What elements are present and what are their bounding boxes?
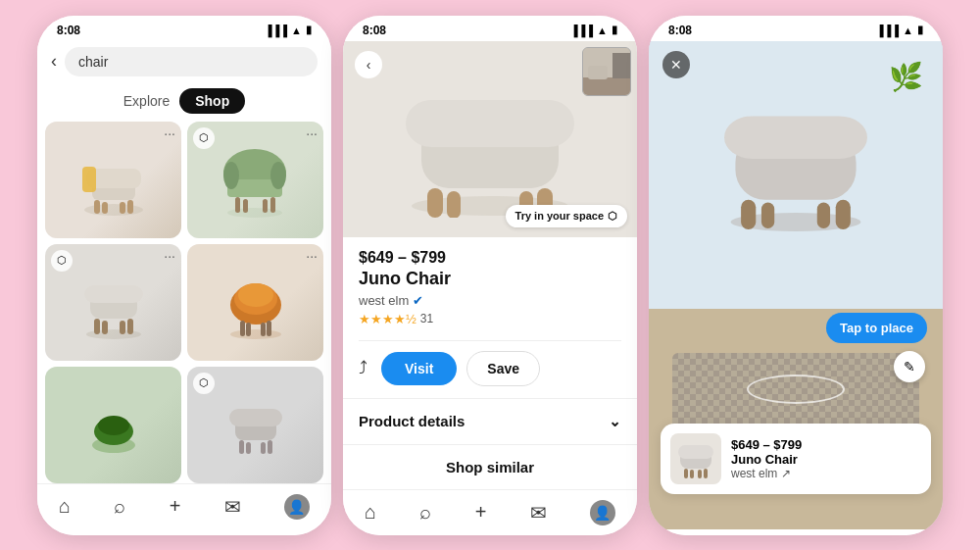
stars-icon: ★★★★½ — [359, 312, 416, 326]
phone-ar-view: 8:08 ▐▐▐ ▲ ▮ ✕ 🌿 — [649, 16, 943, 535]
detail-actions: ⤴ Visit Save — [359, 340, 621, 386]
signal-icon-3: ▐▐▐ — [876, 25, 899, 36]
svg-rect-44 — [427, 188, 443, 218]
home-nav-2[interactable]: ⌂ — [365, 501, 376, 524]
phone-search-results: 8:08 ▐▐▐ ▲ ▮ ‹ Explore Shop — [37, 16, 331, 535]
svg-point-0 — [84, 204, 143, 216]
save-button[interactable]: Save — [466, 351, 540, 386]
profile-nav-2[interactable]: 👤 — [590, 500, 615, 525]
product-grid: $230 $275 Amber Chair Aurora ··· ⬡ — [37, 122, 331, 483]
wifi-icon: ▲ — [291, 25, 302, 36]
ar-product-card[interactable]: $649 – $799 Juno Chair west elm ↗ — [661, 424, 931, 494]
svg-rect-14 — [270, 197, 275, 213]
search-nav[interactable]: ⌕ — [114, 495, 125, 518]
signal-icon: ▐▐▐ — [265, 25, 287, 36]
add-nav-2[interactable]: + — [475, 501, 487, 524]
ar-close-button[interactable]: ✕ — [662, 51, 690, 78]
svg-rect-16 — [263, 199, 268, 213]
svg-rect-23 — [120, 321, 125, 334]
shop-similar-label: Shop similar — [446, 459, 534, 475]
signal-icon-2: ▐▐▐ — [570, 25, 593, 36]
ar-badge-gray: ⬡ — [193, 373, 215, 394]
ar-edit-button[interactable]: ✎ — [894, 351, 925, 382]
product-image-gray: ⬡ — [187, 367, 323, 483]
back-button[interactable]: ‹ — [51, 51, 57, 72]
status-bar-1: 8:08 ▐▐▐ ▲ ▮ — [37, 16, 331, 41]
more-options-juno[interactable]: ··· — [164, 248, 175, 264]
product-detail-image: ‹ Try in your sp — [343, 41, 637, 237]
svg-rect-36 — [229, 409, 282, 426]
product-card-gray[interactable]: ⬡ — [187, 367, 323, 483]
ar-badge-wing: ⬡ — [193, 127, 215, 149]
shop-tab[interactable]: Shop — [179, 88, 245, 114]
product-image-green — [45, 367, 181, 483]
room-thumbnail[interactable] — [582, 47, 631, 96]
svg-rect-43 — [406, 100, 574, 147]
tap-to-place-button[interactable]: Tap to place — [826, 313, 927, 343]
more-options-amber[interactable]: ··· — [164, 125, 175, 141]
messages-nav[interactable]: ✉ — [224, 495, 241, 519]
svg-rect-64 — [698, 470, 702, 478]
detail-name: Juno Chair — [359, 269, 621, 289]
svg-rect-51 — [588, 66, 608, 79]
svg-rect-40 — [261, 442, 266, 454]
product-details-accordion[interactable]: Product details ⌄ — [343, 398, 637, 444]
visit-button[interactable]: Visit — [381, 352, 457, 385]
search-bar-row: ‹ — [37, 41, 331, 82]
more-options-aurelia[interactable]: ··· — [306, 248, 318, 264]
time-2: 8:08 — [363, 24, 386, 37]
ar-brand: west elm ↗ — [731, 467, 802, 480]
home-nav[interactable]: ⌂ — [59, 495, 71, 518]
svg-point-27 — [238, 283, 273, 307]
battery-icon-3: ▮ — [917, 24, 923, 36]
svg-rect-5 — [127, 200, 133, 214]
shop-similar-row[interactable]: Shop similar — [343, 444, 637, 489]
svg-rect-54 — [724, 116, 867, 159]
wifi-icon-3: ▲ — [903, 25, 913, 36]
svg-rect-4 — [94, 200, 100, 214]
add-nav[interactable]: + — [170, 495, 181, 518]
product-card-aurelia[interactable]: $299 Aurelia Cushion Chair Home Universa… — [187, 244, 323, 361]
svg-rect-57 — [761, 202, 774, 228]
product-details-label: Product details — [359, 413, 465, 429]
svg-rect-55 — [741, 199, 756, 228]
svg-rect-15 — [243, 199, 248, 213]
phones-container: 8:08 ▐▐▐ ▲ ▮ ‹ Explore Shop — [22, 0, 958, 550]
battery-icon-2: ▮ — [612, 24, 617, 36]
detail-back-button[interactable]: ‹ — [355, 51, 382, 78]
share-button[interactable]: ⤴ — [359, 358, 368, 378]
product-card-amber[interactable]: $230 $275 Amber Chair Aurora ··· — [45, 122, 181, 238]
product-image-amber — [45, 122, 181, 238]
detail-brand-row: west elm ✔ — [359, 293, 621, 308]
explore-tab[interactable]: Explore — [123, 93, 170, 109]
ar-bottom-spacer — [649, 529, 943, 535]
plant-decoration: 🌿 — [889, 61, 923, 93]
time-1: 8:08 — [57, 24, 80, 37]
svg-rect-62 — [704, 469, 708, 478]
svg-rect-49 — [583, 77, 631, 96]
status-bar-2: 8:08 ▐▐▐ ▲ ▮ — [343, 16, 637, 41]
try-in-space-button[interactable]: Try in your space ⬡ — [506, 205, 627, 227]
try-in-space-label: Try in your space — [515, 210, 604, 222]
status-bar-3: 8:08 ▐▐▐ ▲ ▮ — [649, 16, 943, 41]
profile-nav[interactable]: 👤 — [284, 494, 310, 520]
product-card-green[interactable] — [45, 367, 181, 483]
product-image-juno: ⬡ — [45, 244, 181, 361]
svg-rect-60 — [678, 445, 713, 459]
status-icons-2: ▐▐▐ ▲ ▮ — [570, 24, 617, 36]
svg-rect-58 — [817, 202, 830, 228]
ar-cube-icon: ⬡ — [608, 210, 617, 223]
more-options-wing[interactable]: ··· — [306, 125, 318, 141]
search-input[interactable] — [65, 47, 318, 76]
product-image-wing: ⬡ — [187, 122, 323, 238]
product-detail-info: $649 – $799 Juno Chair west elm ✔ ★★★★½ … — [343, 237, 637, 398]
messages-nav-2[interactable]: ✉ — [530, 501, 547, 525]
product-card-juno[interactable]: ⬡ $649 – $799 Juno Chair — [45, 244, 181, 361]
product-card-wing[interactable]: ⬡ $329 — [187, 122, 323, 238]
svg-point-11 — [223, 162, 239, 189]
svg-rect-39 — [246, 442, 251, 454]
search-nav-2[interactable]: ⌕ — [419, 501, 431, 524]
ar-camera-view: ✕ 🌿 Tap to place ✎ — [649, 41, 943, 529]
svg-point-34 — [98, 416, 129, 435]
phone-product-detail: 8:08 ▐▐▐ ▲ ▮ ‹ — [343, 16, 637, 535]
